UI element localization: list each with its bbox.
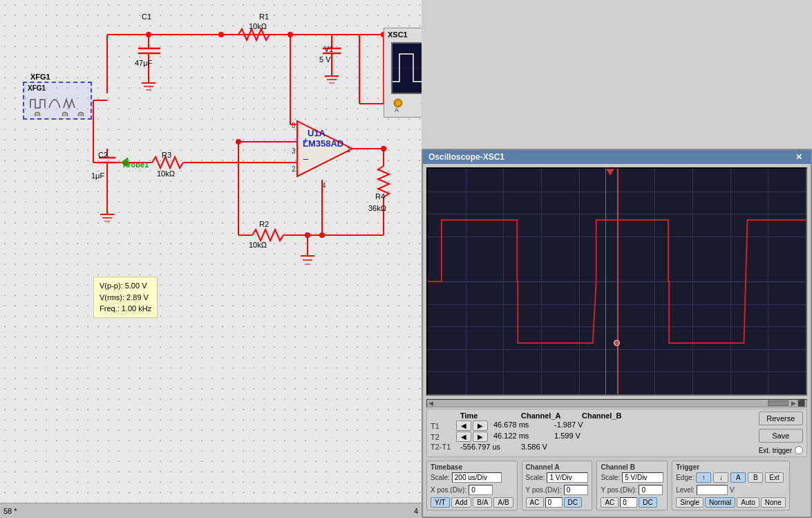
trigger-normal-btn[interactable]: Normal xyxy=(705,497,735,508)
status-left: 58 * xyxy=(3,507,17,515)
save-button[interactable]: Save xyxy=(759,429,803,443)
meas-header-col: Time Channel_A Channel_B T1 ◀ ▶ 46.678 m… xyxy=(431,411,670,454)
t1-prev-btn[interactable]: ◀ xyxy=(456,420,471,431)
osc-title-text: Oscilloscope-XSC1 xyxy=(428,152,504,162)
c2-label: C2 xyxy=(98,151,108,159)
status-right: 4 xyxy=(414,507,418,515)
svg-point-56 xyxy=(305,232,310,238)
timebase-scale-input[interactable] xyxy=(452,472,502,483)
trigger-level-unit: V xyxy=(730,486,735,494)
c1-value: 47μF xyxy=(135,59,152,67)
channel-a-title: Channel A xyxy=(526,463,589,471)
trigger-level-input[interactable] xyxy=(697,485,728,495)
t1-next-btn[interactable]: ▶ xyxy=(473,420,488,431)
t2t1-cha: 3.586 V xyxy=(521,443,576,451)
t2-time: 46.122 ms xyxy=(493,432,549,442)
meas-time-header: Time xyxy=(460,411,516,420)
xfg1-component: XFG1 + − xyxy=(23,82,92,120)
chb-dc-btn[interactable]: DC xyxy=(639,497,657,508)
trigger-edge-rise-btn[interactable]: ↑ xyxy=(696,472,711,483)
trigger-title: Trigger xyxy=(676,463,786,471)
svg-text:2: 2 xyxy=(292,165,296,173)
r2-label: R2 xyxy=(259,220,269,228)
ab-btn[interactable]: A/B xyxy=(493,497,513,508)
timebase-title: Timebase xyxy=(431,463,513,471)
t1-time: 46.678 ms xyxy=(493,420,549,431)
t1-chb xyxy=(615,420,670,431)
meas-chb-header: Channel_B xyxy=(582,411,637,420)
svg-text:−: − xyxy=(303,154,308,165)
trigger-src-a-btn[interactable]: A xyxy=(730,472,746,483)
xfg1-inner-label: XFG1 xyxy=(28,84,46,92)
cha-ypos-input[interactable] xyxy=(564,485,588,495)
channel-b-title: Channel B xyxy=(601,463,663,471)
r4-label: R4 xyxy=(375,192,385,201)
t2-next-btn[interactable]: ▶ xyxy=(473,432,488,442)
osc-controls: Timebase Scale: X pos.(Div): Y/T Add B/A… xyxy=(423,459,811,512)
svg-point-71 xyxy=(62,112,68,116)
v1-value: 5 V xyxy=(319,55,331,64)
trigger-src-b-btn[interactable]: B xyxy=(748,472,763,483)
r3-label: R3 xyxy=(162,151,171,159)
probe1-label: Probe1 xyxy=(123,160,149,169)
note-line1: V(p-p): 5.00 V xyxy=(100,280,151,292)
t2-prev-btn[interactable]: ◀ xyxy=(456,432,471,442)
v1-label: V1 xyxy=(324,45,333,53)
channel-b-section: Channel B Scale: Y pos.(Div): AC DC xyxy=(596,461,668,510)
t2t1-label: T2-T1 xyxy=(431,443,455,451)
cha-dc-btn[interactable]: DC xyxy=(564,497,582,508)
cha-ac-btn[interactable]: AC xyxy=(526,497,544,508)
cha-0-input[interactable] xyxy=(545,497,563,508)
chb-ypos-input[interactable] xyxy=(639,485,663,495)
status-bar: 58 * 4 xyxy=(0,503,422,518)
ba-btn[interactable]: B/A xyxy=(473,497,492,508)
osc-measurements: Time Channel_A Channel_B T1 ◀ ▶ 46.678 m… xyxy=(426,409,807,457)
c1-label: C1 xyxy=(142,12,151,21)
r4-value: 36kΩ xyxy=(368,204,386,212)
t2-chb xyxy=(615,432,670,442)
r3-value: 10kΩ xyxy=(157,169,175,178)
svg-point-68 xyxy=(146,32,151,37)
chb-ac-btn[interactable]: AC xyxy=(601,497,619,508)
trigger-none-btn[interactable]: None xyxy=(761,497,786,508)
t2-label: T2 xyxy=(431,433,455,441)
circuit-diagram: + − 8 3 2 1 4 xyxy=(0,0,422,429)
svg-point-79 xyxy=(396,101,400,105)
svg-point-31 xyxy=(236,139,241,145)
osc-screen xyxy=(426,167,807,396)
trigger-src-ext-btn[interactable]: Ext xyxy=(765,472,783,483)
cha-scale-label: Scale: xyxy=(526,474,545,481)
svg-text:3: 3 xyxy=(292,147,296,155)
svg-point-72 xyxy=(78,112,84,116)
osc-scrollbar[interactable]: ◀ ▶ ⬛ xyxy=(426,399,807,407)
trigger-edge-fall-btn[interactable]: ↓ xyxy=(713,472,728,483)
trigger-section: Trigger Edge: ↑ ↓ A B Ext Level: V Singl… xyxy=(672,461,790,510)
oscilloscope-panel: Oscilloscope-XSC1 ✕ xyxy=(422,149,812,518)
add-btn[interactable]: Add xyxy=(451,497,472,508)
timebase-scale-label: Scale: xyxy=(431,474,450,481)
chb-0-input[interactable] xyxy=(620,497,637,508)
osc-scrollbar-thumb[interactable] xyxy=(768,400,789,406)
xsc1-component: XSC1 Ext Trig A B xyxy=(384,28,422,118)
svg-point-70 xyxy=(35,112,40,116)
trigger-auto-btn[interactable]: Auto xyxy=(737,497,759,508)
trigger-edge-label: Edge: xyxy=(676,474,694,481)
ext-trigger-radio[interactable] xyxy=(795,446,803,454)
timebase-xpos-input[interactable] xyxy=(469,485,493,495)
r1-value: 10kΩ xyxy=(249,22,267,30)
channel-a-section: Channel A Scale: Y pos.(Div): AC DC xyxy=(522,461,593,510)
trigger-single-btn[interactable]: Single xyxy=(676,497,704,508)
yt-btn[interactable]: Y/T xyxy=(431,497,450,508)
waveform-svg xyxy=(428,169,806,394)
svg-point-64 xyxy=(319,232,325,238)
t1-cha: -1.987 V xyxy=(554,420,610,431)
cha-scale-input[interactable] xyxy=(547,472,588,483)
r1-label: R1 xyxy=(259,12,269,21)
xsc1-inner-label: XSC1 xyxy=(388,30,408,39)
osc-close-btn[interactable]: ✕ xyxy=(793,152,805,162)
reverse-button[interactable]: Reverse xyxy=(759,411,803,425)
chb-scale-input[interactable] xyxy=(622,472,663,483)
chb-scale-label: Scale: xyxy=(601,474,620,481)
controls-main-row: Timebase Scale: X pos.(Div): Y/T Add B/A… xyxy=(426,461,807,510)
trigger-level-label: Level: xyxy=(676,486,695,494)
